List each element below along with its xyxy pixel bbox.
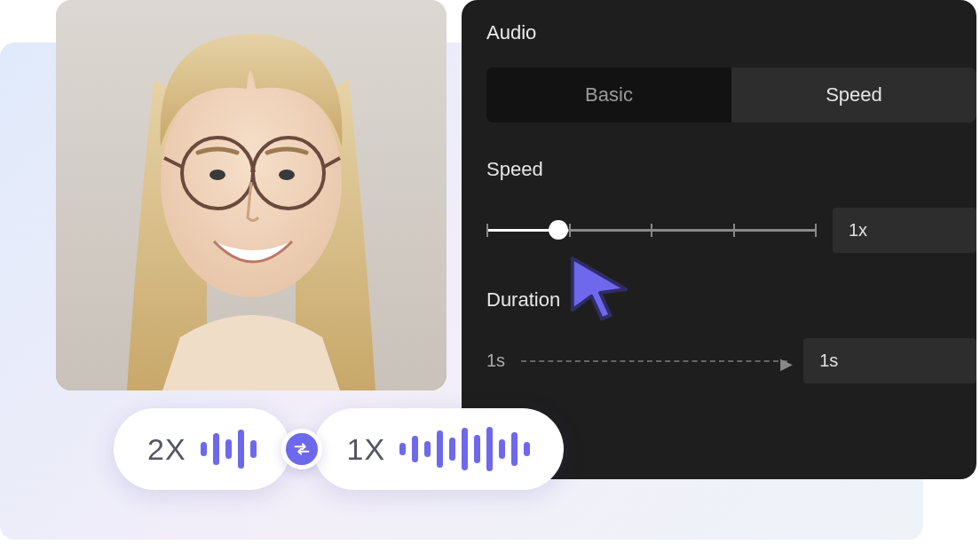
pill-1x-label: 1X (347, 432, 386, 467)
waveform-icon (399, 427, 530, 471)
duration-label: Duration (486, 288, 976, 311)
speed-label: Speed (486, 158, 976, 181)
panel-title: Audio (486, 21, 976, 44)
speed-value[interactable]: 1x (833, 208, 976, 253)
waveform-icon (201, 430, 257, 469)
duration-range-bar[interactable]: ▶ (521, 360, 787, 362)
cursor-pointer-icon (565, 253, 635, 322)
duration-start: 1s (486, 351, 505, 371)
duration-value[interactable]: 1s (803, 338, 976, 383)
arrow-right-icon: ▶ (780, 354, 793, 374)
tabs: Basic Speed (486, 67, 976, 122)
speed-slider[interactable] (486, 229, 815, 232)
speed-section: Speed 1x (486, 158, 976, 253)
tab-basic[interactable]: Basic (486, 67, 731, 122)
video-preview[interactable] (56, 0, 447, 390)
speed-comparison: 2X 1X (114, 408, 564, 490)
audio-panel: Audio Basic Speed Speed 1x Duration 1s ▶ (462, 0, 976, 479)
pill-1x: 1X (313, 408, 565, 490)
tab-speed[interactable]: Speed (731, 67, 976, 122)
pill-2x-label: 2X (147, 432, 186, 467)
duration-section: Duration 1s ▶ 1s (486, 288, 976, 383)
pill-2x: 2X (114, 408, 290, 490)
speed-slider-thumb[interactable] (549, 220, 568, 240)
svg-point-7 (209, 170, 225, 180)
svg-point-8 (279, 170, 295, 180)
swap-icon (281, 429, 322, 469)
